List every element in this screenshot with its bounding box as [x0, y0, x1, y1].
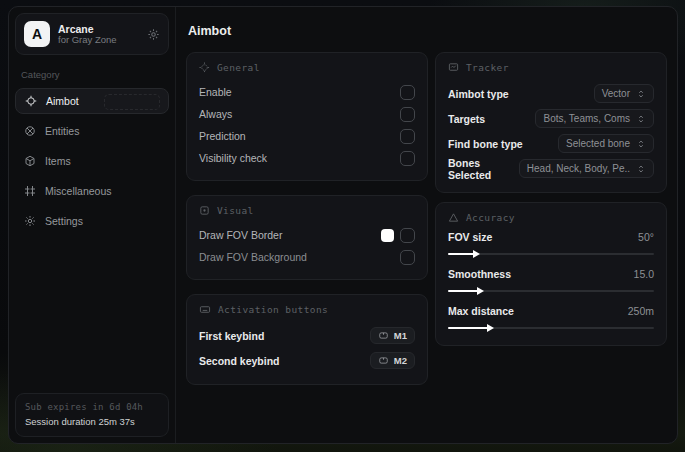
session-duration-text: Session duration 25m 37s [25, 415, 159, 429]
main-content: Aimbot General Enable [176, 7, 677, 443]
package-icon [24, 155, 36, 167]
setting-label: Always [199, 108, 232, 120]
setting-label: First keybind [199, 330, 264, 342]
setting-label: Draw FOV Background [199, 251, 307, 263]
slider-row: Max distance 250m [448, 305, 654, 332]
slider-thumb[interactable] [477, 287, 484, 295]
sidebar: A Arcane for Gray Zone Category Aimbot [9, 7, 176, 443]
unfold-icon [636, 139, 646, 149]
card-title: Tracker [466, 62, 509, 73]
monitor-icon [448, 62, 459, 73]
setting-label: Targets [448, 113, 485, 125]
draw-fov-background-checkbox[interactable] [400, 250, 415, 265]
sliders-icon [24, 185, 36, 197]
sidebar-item-settings[interactable]: Settings [15, 208, 169, 234]
fov-size-slider[interactable] [448, 250, 654, 258]
card-title: Activation buttons [218, 304, 328, 315]
smoothness-slider[interactable] [448, 287, 654, 295]
setting-label: Find bone type [448, 138, 523, 150]
brand-subtitle: for Gray Zone [58, 35, 139, 46]
visual-card: Visual Draw FOV Border Draw FOV Backgrou… [186, 195, 428, 280]
setting-row: Draw FOV Border [199, 224, 415, 246]
page-title: Aimbot [188, 24, 665, 38]
always-checkbox[interactable] [400, 107, 415, 122]
sun-icon [199, 205, 210, 216]
crosshair-icon [199, 62, 210, 73]
unfold-icon [636, 164, 646, 174]
draw-fov-border-checkbox[interactable] [400, 228, 415, 243]
game-background: A Arcane for Gray Zone Category Aimbot [0, 0, 685, 452]
setting-label: Smoothness [448, 268, 511, 280]
setting-label: Enable [199, 86, 232, 98]
subscription-card: Sub expires in 6d 04h Session duration 2… [15, 393, 169, 437]
setting-row: Second keybind M2 [199, 348, 415, 373]
radar-icon [24, 125, 36, 137]
setting-label: Aimbot type [448, 88, 509, 100]
targets-select[interactable]: Bots, Teams, Coms [535, 109, 654, 128]
setting-row: Enable [199, 81, 415, 103]
keybind-value: M1 [394, 330, 407, 341]
select-value: Head, Neck, Body, Pe.. [527, 163, 630, 174]
slider-value: 15.0 [634, 268, 654, 280]
enable-checkbox[interactable] [400, 85, 415, 100]
keybind-value: M2 [394, 355, 407, 366]
visibility-check-checkbox[interactable] [400, 151, 415, 166]
second-keybind-button[interactable]: M2 [370, 352, 415, 369]
gear-icon [24, 215, 36, 227]
select-value: Bots, Teams, Coms [543, 113, 630, 124]
aimbot-type-select[interactable]: Vector [594, 84, 654, 103]
slider-thumb[interactable] [473, 250, 480, 258]
unfold-icon [636, 114, 646, 124]
slider-value: 50° [638, 231, 654, 243]
find-bone-type-select[interactable]: Selected bone [558, 134, 654, 153]
brand-logo: A [24, 21, 50, 47]
activation-buttons-card: Activation buttons First keybind M1 [186, 294, 428, 385]
keyboard-icon [199, 304, 211, 315]
mouse-icon [378, 356, 389, 365]
first-keybind-button[interactable]: M1 [370, 327, 415, 344]
card-title: Accuracy [466, 212, 515, 223]
setting-label: Second keybind [199, 355, 280, 367]
setting-label: Bones Selected [448, 157, 519, 181]
fov-border-color-swatch[interactable] [381, 229, 394, 242]
brand-name: Arcane [58, 23, 139, 35]
setting-row: Find bone type Selected bone [448, 131, 654, 156]
prediction-checkbox[interactable] [400, 129, 415, 144]
category-label: Category [21, 69, 163, 80]
triangle-icon [448, 212, 459, 223]
setting-row: First keybind M1 [199, 323, 415, 348]
unfold-icon [636, 89, 646, 99]
setting-row: Bones Selected Head, Neck, Body, Pe.. [448, 156, 654, 181]
sidebar-item-aimbot[interactable]: Aimbot [15, 88, 169, 114]
tracker-card: Tracker Aimbot type Vector [435, 52, 667, 193]
mouse-icon [378, 331, 389, 340]
sub-expires-text: Sub expires in 6d 04h [25, 401, 159, 415]
setting-row: Prediction [199, 125, 415, 147]
select-value: Vector [602, 88, 630, 99]
sidebar-item-label: Miscellaneous [45, 185, 112, 197]
sidebar-item-miscellaneous[interactable]: Miscellaneous [15, 178, 169, 204]
sidebar-item-entities[interactable]: Entities [15, 118, 169, 144]
watermark [104, 94, 160, 110]
setting-row: Draw FOV Background [199, 246, 415, 268]
sidebar-nav: Aimbot Entities Items [15, 88, 169, 234]
sidebar-item-label: Entities [45, 125, 79, 137]
accuracy-card: Accuracy FOV size 50° [435, 202, 667, 346]
gear-icon[interactable] [147, 28, 160, 41]
setting-label: Prediction [199, 130, 246, 142]
max-distance-slider[interactable] [448, 324, 654, 332]
sidebar-item-label: Items [45, 155, 71, 167]
bones-selected-select[interactable]: Head, Neck, Body, Pe.. [519, 159, 654, 178]
sidebar-item-items[interactable]: Items [15, 148, 169, 174]
setting-row: Targets Bots, Teams, Coms [448, 106, 654, 131]
crosshair-icon [25, 95, 37, 107]
setting-row: Aimbot type Vector [448, 81, 654, 106]
sidebar-item-label: Aimbot [46, 95, 79, 107]
setting-label: Visibility check [199, 152, 267, 164]
brand-text: Arcane for Gray Zone [58, 23, 139, 46]
slider-thumb[interactable] [487, 324, 494, 332]
setting-label: Max distance [448, 305, 514, 317]
card-title: General [217, 62, 260, 73]
slider-value: 250m [628, 305, 654, 317]
slider-row: FOV size 50° [448, 231, 654, 258]
